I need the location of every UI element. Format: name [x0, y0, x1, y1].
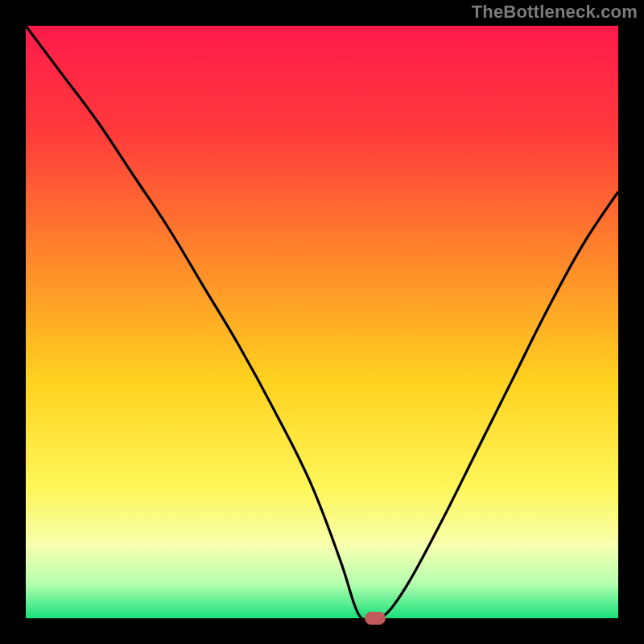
chart-svg [0, 0, 644, 644]
plot-background [26, 26, 618, 618]
optimal-marker [365, 612, 386, 625]
watermark-text: TheBottleneck.com [472, 2, 638, 23]
chart-frame: TheBottleneck.com [0, 0, 644, 644]
